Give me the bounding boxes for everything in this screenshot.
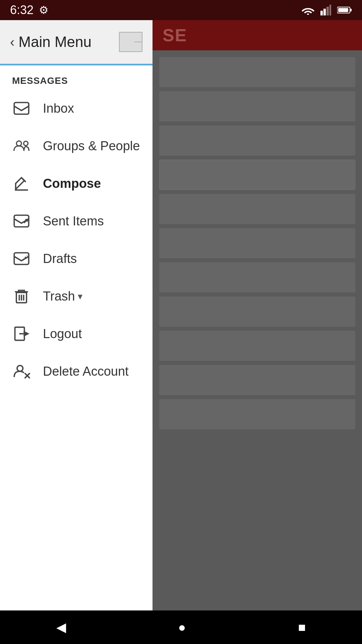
drawer-header: ‹ Main Menu xyxy=(0,20,153,64)
compose-icon xyxy=(12,174,31,193)
drawer-body: MESSAGES Inbox Groups & People xyxy=(0,65,153,610)
trash-label: Trash xyxy=(43,289,75,304)
bg-list-item xyxy=(159,399,355,429)
bg-list-item xyxy=(159,91,355,121)
compose-label: Compose xyxy=(43,176,101,191)
settings-icon[interactable]: ⚙ xyxy=(39,4,49,16)
bg-list-item xyxy=(159,365,355,395)
main-menu-drawer: ‹ Main Menu MESSAGES Inbox xyxy=(0,20,153,610)
back-nav-button[interactable]: ◀ xyxy=(56,620,66,635)
svg-rect-2 xyxy=(323,9,326,15)
bg-header-text: SE xyxy=(163,25,187,45)
status-bar-right xyxy=(302,5,352,15)
sidebar-item-delete-account[interactable]: Delete Account xyxy=(0,353,153,390)
bg-list-item xyxy=(159,262,355,292)
drawer-header-left: ‹ Main Menu xyxy=(10,34,92,50)
bg-list-item xyxy=(159,160,355,190)
status-time: 6:32 xyxy=(10,3,34,17)
svg-rect-8 xyxy=(14,103,28,114)
drafts-label: Drafts xyxy=(43,252,77,266)
bg-list-item xyxy=(159,125,355,156)
trash-dropdown-icon: ▾ xyxy=(78,291,82,302)
trash-row: Trash ▾ xyxy=(43,289,82,304)
svg-point-9 xyxy=(16,141,21,146)
svg-rect-3 xyxy=(326,7,329,15)
inbox-icon xyxy=(12,99,31,118)
sidebar-item-trash[interactable]: Trash ▾ xyxy=(0,277,153,315)
bg-list-item xyxy=(159,228,355,258)
inbox-label: Inbox xyxy=(43,101,74,116)
svg-point-0 xyxy=(307,13,309,15)
back-arrow-icon[interactable]: ‹ xyxy=(10,35,14,50)
sidebar-item-groups-people[interactable]: Groups & People xyxy=(0,127,153,165)
sidebar-item-sent-items[interactable]: Sent Items xyxy=(0,202,153,240)
svg-rect-4 xyxy=(329,5,331,15)
signal-icon xyxy=(320,5,331,15)
svg-rect-7 xyxy=(338,8,348,12)
delete-account-icon xyxy=(12,362,31,381)
sidebar-item-inbox[interactable]: Inbox xyxy=(0,90,153,127)
status-bar: 6:32 ⚙ xyxy=(0,0,362,20)
bg-header: SE xyxy=(153,20,362,50)
bg-list xyxy=(153,50,362,436)
sidebar-item-logout[interactable]: Logout xyxy=(0,315,153,353)
logout-label: Logout xyxy=(43,327,82,341)
bg-list-item xyxy=(159,194,355,224)
svg-point-10 xyxy=(24,141,28,146)
recents-nav-button[interactable]: ■ xyxy=(298,620,306,635)
wifi-icon xyxy=(302,5,314,15)
sidebar-item-drafts[interactable]: Drafts xyxy=(0,240,153,277)
trash-icon xyxy=(12,287,31,306)
logout-icon xyxy=(12,324,31,343)
sidebar-item-compose[interactable]: Compose xyxy=(0,165,153,202)
drawer-title: Main Menu xyxy=(18,34,92,50)
delete-account-label: Delete Account xyxy=(43,364,129,379)
svg-rect-6 xyxy=(350,9,352,11)
svg-rect-13 xyxy=(14,253,28,265)
avatar-image-bottom xyxy=(134,42,142,42)
home-nav-button[interactable]: ● xyxy=(178,620,186,635)
background-content: SE xyxy=(153,20,362,610)
sent-items-label: Sent Items xyxy=(43,214,104,228)
drafts-icon xyxy=(12,249,31,268)
svg-rect-1 xyxy=(320,11,323,15)
avatar[interactable] xyxy=(119,32,142,52)
svg-point-22 xyxy=(17,366,23,371)
battery-icon xyxy=(337,6,352,14)
groups-people-label: Groups & People xyxy=(43,139,140,153)
groups-icon xyxy=(12,137,31,155)
status-bar-left: 6:32 ⚙ xyxy=(10,3,49,17)
bg-list-item xyxy=(159,331,355,361)
bg-list-item xyxy=(159,57,355,87)
sent-icon xyxy=(12,212,31,230)
messages-section-label: MESSAGES xyxy=(0,75,153,90)
bg-list-item xyxy=(159,297,355,327)
navigation-bar: ◀ ● ■ xyxy=(0,610,362,644)
